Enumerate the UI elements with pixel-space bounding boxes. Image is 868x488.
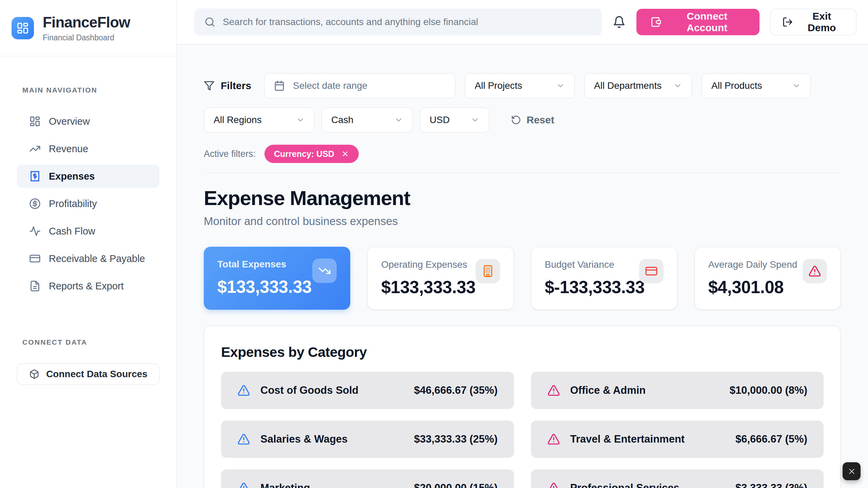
departments-select[interactable]: All Departments xyxy=(584,73,692,98)
connect-data-sources-button[interactable]: Connect Data Sources xyxy=(17,363,160,385)
connect-account-label: Connect Account xyxy=(668,11,746,34)
category-value: $6,666.67 (5%) xyxy=(735,433,807,445)
notifications-button[interactable] xyxy=(613,16,626,28)
category-row-office-admin[interactable]: Office & Admin $10,000.00 (8%) xyxy=(531,372,824,409)
regions-select-value: All Regions xyxy=(214,115,262,125)
sidebar-nav: Overview Revenue Expenses Profitability … xyxy=(0,110,176,298)
credit-card-icon xyxy=(29,253,41,264)
projects-select-value: All Projects xyxy=(475,80,522,91)
category-row-salaries-wages[interactable]: Salaries & Wages $33,333.33 (25%) xyxy=(221,421,514,458)
filters-row-2: All Regions Cash USD Reset xyxy=(204,107,841,133)
date-range-picker[interactable]: Select date range xyxy=(264,73,455,98)
connect-account-button[interactable]: Connect Account xyxy=(636,9,760,35)
expenses-by-category-title: Expenses by Category xyxy=(221,344,824,360)
stat-card-budget-variance[interactable]: Budget Variance $-133,333.33 xyxy=(531,247,677,310)
calendar-icon xyxy=(274,80,285,91)
category-value: $10,000.00 (8%) xyxy=(730,384,807,396)
active-filters-label: Active filters: xyxy=(204,149,256,159)
search-input[interactable] xyxy=(223,17,592,27)
chevron-down-icon xyxy=(471,116,479,124)
category-value: $20,000.00 (15%) xyxy=(414,482,497,488)
products-select-value: All Products xyxy=(711,80,762,91)
category-row-travel-entertainment[interactable]: Travel & Entertainment $6,666.67 (5%) xyxy=(531,421,824,458)
category-row-professional-services[interactable]: Professional Services $3,333.33 (3%) xyxy=(531,469,824,488)
filter-funnel-icon xyxy=(204,80,215,91)
category-value: $46,666.67 (35%) xyxy=(414,384,497,396)
chevron-down-icon xyxy=(394,116,403,124)
topbar: Connect Account Exit Demo xyxy=(177,0,868,44)
dashboard-icon xyxy=(29,116,41,127)
file-text-icon xyxy=(29,280,41,292)
cube-icon xyxy=(29,369,39,379)
sidebar: FinanceFlow Financial Dashboard MAIN NAV… xyxy=(0,0,177,488)
active-filter-chip-label: Currency: USD xyxy=(274,149,334,159)
close-overlay-button[interactable] xyxy=(843,462,861,480)
sidebar-item-overview[interactable]: Overview xyxy=(17,110,159,133)
filters-title: Filters xyxy=(204,80,251,92)
category-name: Travel & Entertainment xyxy=(570,433,685,445)
payment-method-select[interactable]: Cash xyxy=(321,107,413,133)
chevron-down-icon xyxy=(792,81,801,90)
currency-select-value: USD xyxy=(430,115,450,125)
alert-triangle-icon xyxy=(547,384,560,397)
search-icon xyxy=(204,17,215,27)
filters-label: Filters xyxy=(221,80,251,92)
regions-select[interactable]: All Regions xyxy=(204,107,315,133)
category-row-cost-of-goods-sold[interactable]: Cost of Goods Sold $46,666.67 (35%) xyxy=(221,372,514,409)
currency-select[interactable]: USD xyxy=(420,107,489,133)
category-value: $33,333.33 (25%) xyxy=(414,433,497,445)
log-out-icon xyxy=(782,17,793,27)
sidebar-item-cash-flow[interactable]: Cash Flow xyxy=(17,220,159,243)
expenses-by-category-card: Expenses by Category Cost of Goods Sold … xyxy=(204,326,841,488)
connect-data-label: CONNECT DATA xyxy=(0,338,176,346)
reset-filters-button[interactable]: Reset xyxy=(511,114,554,126)
chevron-down-icon xyxy=(296,116,305,124)
alert-triangle-icon xyxy=(237,433,250,446)
projects-select[interactable]: All Projects xyxy=(465,73,575,98)
products-select[interactable]: All Products xyxy=(702,73,811,98)
sidebar-item-label: Reports & Export xyxy=(49,281,124,292)
sidebar-item-profitability[interactable]: Profitability xyxy=(17,192,159,215)
brand-text: FinanceFlow Financial Dashboard xyxy=(43,14,130,42)
trending-down-icon xyxy=(312,259,337,283)
receipt-icon xyxy=(29,170,41,182)
app-tagline: Financial Dashboard xyxy=(43,33,130,42)
filters-row-1: Filters Select date range All Projects A… xyxy=(204,73,841,98)
chevron-down-icon xyxy=(673,81,682,90)
category-grid: Cost of Goods Sold $46,666.67 (35%) Offi… xyxy=(221,372,824,488)
date-range-placeholder: Select date range xyxy=(293,80,368,91)
sidebar-item-label: Expenses xyxy=(49,171,95,182)
activity-icon xyxy=(29,225,41,237)
stat-card-total-expenses[interactable]: Total Expenses $133,333.33 xyxy=(204,247,350,310)
category-value: $3,333.33 (3%) xyxy=(735,482,807,488)
main-content: Filters Select date range All Projects A… xyxy=(177,73,868,488)
alert-triangle-icon xyxy=(237,482,250,488)
sidebar-item-reports-export[interactable]: Reports & Export xyxy=(17,274,159,298)
active-filters-row: Active filters: Currency: USD xyxy=(204,145,841,163)
trending-up-icon xyxy=(29,143,41,155)
category-row-marketing[interactable]: Marketing $20,000.00 (15%) xyxy=(221,469,514,488)
alert-triangle-icon xyxy=(237,384,250,397)
sidebar-item-label: Revenue xyxy=(49,143,88,155)
category-name: Office & Admin xyxy=(570,384,646,396)
credit-card-icon xyxy=(639,259,664,283)
main-navigation-label: MAIN NAVIGATION xyxy=(0,86,176,94)
remove-filter-icon[interactable] xyxy=(341,150,349,158)
sidebar-item-label: Cash Flow xyxy=(49,226,95,237)
exit-demo-label: Exit Demo xyxy=(799,11,845,34)
page-subtitle: Monitor and control business expenses xyxy=(204,215,841,228)
bell-icon xyxy=(613,16,626,28)
section-divider xyxy=(204,172,841,173)
sidebar-item-expenses[interactable]: Expenses xyxy=(17,165,159,188)
active-filter-chip-currency[interactable]: Currency: USD xyxy=(264,145,359,163)
stat-card-operating-expenses[interactable]: Operating Expenses $133,333.33 xyxy=(367,247,514,310)
search-bar[interactable] xyxy=(194,8,602,36)
sidebar-item-revenue[interactable]: Revenue xyxy=(17,137,159,160)
wallet-icon xyxy=(650,16,662,28)
brand: FinanceFlow Financial Dashboard xyxy=(0,0,176,56)
payment-method-value: Cash xyxy=(331,115,353,125)
stat-cards: Total Expenses $133,333.33 Operating Exp… xyxy=(204,247,841,310)
exit-demo-button[interactable]: Exit Demo xyxy=(770,9,856,35)
stat-card-average-daily-spend[interactable]: Average Daily Spend $4,301.08 xyxy=(694,247,841,310)
sidebar-item-receivable-payable[interactable]: Receivable & Payable xyxy=(17,247,159,270)
